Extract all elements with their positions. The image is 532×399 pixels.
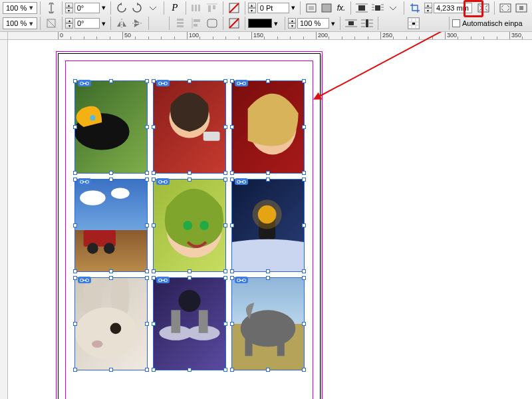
gap-input[interactable]: [434, 3, 472, 13]
flip-vertical-icon[interactable]: [130, 17, 145, 30]
image-frame[interactable]: [153, 179, 226, 272]
selection-handle[interactable]: [152, 171, 156, 175]
selection-handle[interactable]: [302, 178, 306, 182]
selection-handle[interactable]: [152, 322, 156, 326]
rotation-input-1[interactable]: [74, 3, 100, 13]
link-badge-icon[interactable]: [235, 178, 248, 185]
selection-handle[interactable]: [223, 125, 227, 129]
fit-frame-to-content-button[interactable]: [476, 1, 491, 15]
selection-handle[interactable]: [230, 79, 234, 83]
selection-handle[interactable]: [73, 178, 77, 182]
dropdown-arrow-icon[interactable]: ▾: [291, 3, 295, 12]
selection-handle[interactable]: [223, 178, 227, 182]
selection-handle[interactable]: [73, 276, 77, 280]
stroke-none-icon[interactable]: [227, 1, 241, 15]
fill-frame-icon[interactable]: [498, 1, 513, 15]
selection-handle[interactable]: [230, 276, 234, 280]
selection-handle[interactable]: [266, 79, 270, 83]
link-badge-icon[interactable]: [156, 178, 170, 185]
selection-handle[interactable]: [230, 171, 234, 175]
selection-handle[interactable]: [223, 276, 227, 280]
selection-handle[interactable]: [302, 223, 306, 227]
scale-field[interactable]: ▴▾: [288, 18, 329, 29]
selection-handle[interactable]: [266, 171, 270, 175]
selection-handle[interactable]: [145, 276, 149, 280]
image-frame[interactable]: [153, 277, 226, 370]
document-page[interactable]: [58, 53, 321, 399]
image-frame[interactable]: [231, 277, 305, 370]
zoom-combo-2[interactable]: 100 % ▾: [3, 17, 37, 29]
selection-handle[interactable]: [73, 79, 77, 83]
selection-handle[interactable]: [223, 79, 227, 83]
paragraph-mode-icon[interactable]: P: [168, 1, 182, 15]
selection-handle[interactable]: [152, 223, 156, 227]
align-top-icon[interactable]: [205, 1, 219, 15]
selection-handle[interactable]: [109, 171, 113, 175]
align-left-icon[interactable]: [189, 17, 203, 30]
gap-field[interactable]: ▴▾: [424, 3, 472, 13]
dropdown-arrow-icon[interactable]: ▾: [274, 19, 278, 28]
selection-handle[interactable]: [73, 223, 77, 227]
image-frame[interactable]: [74, 277, 148, 370]
selection-handle[interactable]: [145, 125, 149, 129]
zoom-combo-1[interactable]: 100 % ▾: [3, 2, 37, 14]
stroke-weight-field[interactable]: ▴▾: [248, 3, 289, 13]
selection-handle[interactable]: [266, 178, 270, 182]
wrap-none-icon[interactable]: [354, 1, 369, 15]
spinner-arrows[interactable]: ▴▾: [424, 3, 432, 13]
dropdown-arrow-icon[interactable]: ▾: [102, 19, 106, 28]
selection-handle[interactable]: [152, 178, 156, 182]
scale-input[interactable]: [297, 18, 329, 29]
spinner-arrows[interactable]: ▴▾: [65, 18, 73, 29]
canvas[interactable]: [8, 40, 532, 399]
wrap-dropdown-icon[interactable]: [386, 1, 400, 15]
selection-handle[interactable]: [230, 322, 234, 326]
selection-handle[interactable]: [230, 368, 234, 372]
stroke-weight-input[interactable]: [257, 3, 289, 13]
spinner-arrows[interactable]: ▴▾: [248, 3, 256, 13]
auto-fit-checkbox[interactable]: Automatisch einpa: [452, 19, 523, 27]
selection-handle[interactable]: [188, 276, 192, 280]
selection-handle[interactable]: [145, 79, 149, 83]
rotation-field-2[interactable]: ▴▾: [65, 18, 100, 29]
selection-handle[interactable]: [223, 269, 227, 273]
selection-handle[interactable]: [223, 368, 227, 372]
selection-handle[interactable]: [152, 269, 156, 273]
selection-handle[interactable]: [188, 269, 192, 273]
selection-handle[interactable]: [152, 368, 156, 372]
selection-handle[interactable]: [145, 178, 149, 182]
crop-icon[interactable]: [408, 1, 422, 15]
image-frame[interactable]: [153, 80, 226, 174]
selection-handle[interactable]: [223, 322, 227, 326]
image-frame[interactable]: [231, 80, 305, 174]
dropdown-arrow-icon[interactable]: ▾: [102, 3, 106, 12]
select-content-icon[interactable]: [304, 1, 319, 15]
selection-handle[interactable]: [73, 269, 77, 273]
spinner-arrows[interactable]: ▴▾: [65, 3, 73, 13]
selection-handle[interactable]: [73, 322, 77, 326]
fill-color-swatch[interactable]: [248, 19, 272, 28]
link-badge-icon[interactable]: [78, 178, 91, 185]
effects-icon[interactable]: fx.: [335, 1, 347, 15]
selection-handle[interactable]: [109, 79, 113, 83]
link-badge-icon[interactable]: [235, 80, 248, 86]
spinner-arrows[interactable]: ▴▾: [288, 18, 296, 29]
selection-handle[interactable]: [152, 79, 156, 83]
vertical-ruler[interactable]: [0, 40, 8, 399]
wrap-jump-icon[interactable]: [344, 17, 358, 30]
selection-handle[interactable]: [223, 223, 227, 227]
selection-handle[interactable]: [109, 178, 113, 182]
selection-handle[interactable]: [73, 125, 77, 129]
selection-handle[interactable]: [188, 178, 192, 182]
selection-handle[interactable]: [223, 171, 227, 175]
selection-handle[interactable]: [266, 368, 270, 372]
distribute-vertical-icon[interactable]: [173, 17, 188, 30]
selection-handle[interactable]: [109, 368, 113, 372]
reference-point-grid[interactable]: [408, 17, 420, 29]
image-frame[interactable]: [74, 80, 148, 174]
link-badge-icon[interactable]: [78, 277, 91, 283]
selection-handle[interactable]: [109, 269, 113, 273]
ruler-origin[interactable]: [0, 32, 8, 40]
corner-options-icon[interactable]: [205, 17, 219, 30]
link-badge-icon[interactable]: [235, 277, 248, 283]
